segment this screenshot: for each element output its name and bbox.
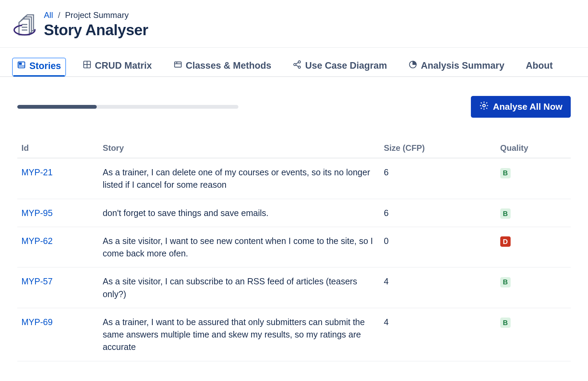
tab-classes[interactable]: Classes & Methods [169,57,276,76]
grid-icon [83,60,92,71]
stories-table: Id Story Size (CFP) Quality MYP-21As a t… [17,138,571,361]
tab-label: Use Case Diagram [305,60,387,71]
page-title: Story Analyser [44,21,148,39]
col-header-quality: Quality [496,138,571,158]
tab-label: Analysis Summary [421,60,504,71]
tab-stories[interactable]: Stories [12,58,66,77]
svg-line-17 [296,65,298,67]
col-header-story: Story [98,138,380,158]
tab-label: About [526,60,553,71]
tab-label: Stories [29,61,61,71]
progress-fill [17,105,97,109]
story-size: 6 [380,199,496,227]
svg-point-13 [298,61,301,63]
svg-rect-5 [19,63,22,65]
app-logo [12,12,37,37]
tab-analysis[interactable]: Analysis Summary [404,57,509,76]
story-size: 4 [380,308,496,361]
analyse-button-label: Analyse All Now [493,101,562,112]
progress-bar [17,105,238,109]
quality-badge: D [500,236,511,247]
table-row: MYP-57As a site visitor, I can subscribe… [17,267,571,308]
table-row: MYP-62As a site visitor, I want to see n… [17,227,571,267]
breadcrumb-current: Project Summary [65,10,129,20]
breadcrumb-separator: / [58,10,60,20]
share-icon [293,60,302,71]
table-row: MYP-95don't forget to save things and sa… [17,199,571,227]
story-id-link[interactable]: MYP-69 [21,317,53,327]
gear-icon [479,101,489,113]
story-id-link[interactable]: MYP-62 [21,236,53,246]
story-text: As a site visitor, I can subscribe to an… [98,267,380,308]
story-text: As a trainer, I want to be assured that … [98,308,380,361]
story-text: don't forget to save things and save ema… [98,199,380,227]
pie-icon [408,60,417,71]
breadcrumb: All / Project Summary [44,10,148,20]
tab-usecase[interactable]: Use Case Diagram [288,57,392,76]
svg-line-16 [296,62,298,64]
quality-badge: B [500,208,511,219]
svg-point-15 [298,66,301,68]
story-id-link[interactable]: MYP-95 [21,208,53,218]
story-size: 6 [380,158,496,199]
quality-badge: B [500,318,511,328]
table-row: MYP-21As a trainer, I can delete one of … [17,158,571,199]
story-id-link[interactable]: MYP-57 [21,276,53,286]
breadcrumb-all-link[interactable]: All [44,10,53,20]
header: All / Project Summary Story Analyser [0,0,588,48]
tab-about[interactable]: About [521,58,558,76]
svg-rect-10 [174,62,181,67]
tab-crud[interactable]: CRUD Matrix [78,57,157,76]
tabs: StoriesCRUD MatrixClasses & MethodsUse C… [0,48,588,77]
story-text: As a trainer, I can delete one of my cou… [98,158,380,199]
window-icon [173,60,182,71]
quality-badge: B [500,277,511,287]
quality-badge: B [500,168,511,178]
story-size: 4 [380,267,496,308]
analyse-all-button[interactable]: Analyse All Now [471,96,571,118]
stories-icon [17,60,26,72]
col-header-id: Id [17,138,98,158]
svg-point-19 [483,104,485,107]
tab-label: Classes & Methods [186,60,272,71]
col-header-size: Size (CFP) [380,138,496,158]
svg-point-14 [294,63,296,66]
tab-label: CRUD Matrix [95,60,152,71]
story-id-link[interactable]: MYP-21 [21,167,53,177]
story-text: As a site visitor, I want to see new con… [98,227,380,267]
table-row: MYP-69As a trainer, I want to be assured… [17,308,571,361]
story-size: 0 [380,227,496,267]
